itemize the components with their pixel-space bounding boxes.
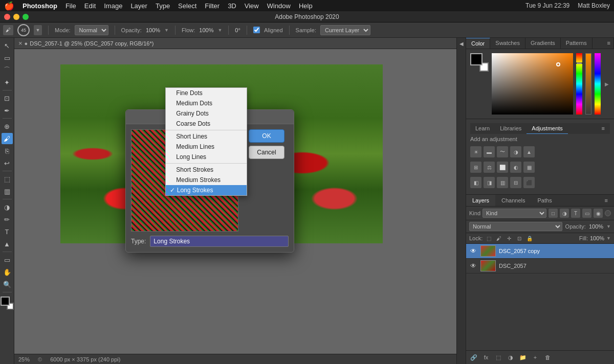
spot-healing-tool[interactable]: ⊕ [2,121,13,132]
color-swatches[interactable] [470,53,489,72]
panel-menu-btn[interactable]: ≡ [604,38,614,49]
adj-channelmixer[interactable]: ▦ [523,162,535,173]
dropdown-medium-lines[interactable]: Medium Lines [166,142,247,152]
layer-mode-select[interactable]: Normal [469,222,562,231]
hand-tool[interactable]: ✋ [2,266,13,278]
dropdown-medium-dots[interactable]: Medium Dots [166,98,247,108]
foreground-color[interactable] [1,297,14,310]
path-selection-tool[interactable]: ▲ [2,238,13,249]
aligned-checkbox[interactable] [253,27,260,33]
document-close-icon[interactable]: × [18,39,23,47]
menu-filter[interactable]: Filter [205,2,220,10]
color-slider-right[interactable] [595,53,601,115]
new-group-btn[interactable]: 📁 [518,353,528,362]
dropdown-short-lines[interactable]: Short Lines [166,131,247,142]
layer-effects-btn[interactable]: fx [481,353,491,362]
apple-menu[interactable]: 🍎 [4,1,14,11]
adj-gradient[interactable]: ▥ [497,177,508,188]
adj-photofilter[interactable]: ◐ [510,162,521,173]
menu-help[interactable]: Help [299,2,313,10]
menu-type[interactable]: Type [156,2,170,10]
brush-size-indicator[interactable]: 45 [17,24,30,36]
dodge-tool[interactable]: ◑ [2,201,13,213]
history-brush-tool[interactable]: ↩ [2,157,13,169]
adjustments-panel-menu[interactable]: ≡ [597,123,610,134]
adj-curves[interactable]: 〜 [497,146,508,157]
color-spectrum[interactable] [492,53,573,115]
dropdown-medium-strokes[interactable]: Medium Strokes [166,175,247,185]
ok-button[interactable]: OK [249,129,284,143]
tab-adjustments[interactable]: Adjustments [527,123,568,134]
eyedropper-tool[interactable]: ✒ [2,105,13,116]
menu-window[interactable]: Window [267,2,291,10]
tab-channels[interactable]: Channels [495,195,531,206]
minimize-window-button[interactable] [13,14,19,20]
filter-pin-icon[interactable] [605,210,611,216]
delete-layer-btn[interactable]: 🗑 [543,353,552,362]
gradient-tool[interactable]: ▥ [2,186,13,197]
layer-row[interactable]: 👁 DSC_2057 [466,259,614,274]
adj-vibrance[interactable]: ▲ [523,146,535,157]
tab-learn[interactable]: Learn [470,123,495,134]
tab-gradients[interactable]: Gradients [525,38,561,49]
adj-colorbalance[interactable]: ⚖ [484,162,495,173]
kind-select[interactable]: Kind [483,209,546,218]
document-tab-label[interactable]: DSC_2057-1 @ 25% (DSC_2057 copy, RGB/16*… [30,40,154,47]
layers-panel-menu[interactable]: ≡ [599,195,614,206]
filter-pixel-icon[interactable]: □ [549,209,558,218]
close-window-button[interactable] [4,14,10,20]
marquee-tool[interactable]: ▭ [2,52,13,63]
menu-edit[interactable]: Edit [84,2,96,10]
sample-select[interactable]: Current Layer [320,25,370,35]
menu-select[interactable]: Select [178,2,196,10]
mode-select[interactable]: Normal [75,25,108,35]
flow-value[interactable]: 100% [199,27,213,33]
lasso-tool[interactable]: ⌒ [2,64,13,76]
dropdown-coarse-dots[interactable]: Coarse Dots [166,119,247,129]
lock-image-btn[interactable]: 🖌 [495,234,503,242]
angle-value[interactable]: 0° [235,27,240,33]
adj-brightness[interactable]: ☀ [470,146,481,157]
adj-threshold[interactable]: ◨ [484,177,495,188]
opacity-value[interactable]: 100% [146,27,160,33]
dropdown-long-strokes[interactable]: Long Strokes [166,185,247,195]
link-layers-btn[interactable]: 🔗 [469,353,478,362]
tab-swatches[interactable]: Swatches [490,38,525,49]
dropdown-long-lines[interactable]: Long Lines [166,152,247,162]
dropdown-short-strokes[interactable]: Short Strokes [166,165,247,175]
lock-all-btn[interactable]: 🔒 [525,234,534,242]
adj-invert[interactable]: ⬛ [523,177,535,188]
adj-levels[interactable]: ▬ [484,146,495,157]
type-tool[interactable]: T [2,226,13,237]
adj-bw[interactable]: ⬜ [497,162,508,173]
tab-paths[interactable]: Paths [532,195,558,206]
type-dropdown[interactable]: Long Strokes [150,236,289,247]
opacity-value[interactable]: 100% [589,223,603,230]
adj-posterize[interactable]: ◧ [470,177,481,188]
lock-transparent-btn[interactable]: ⬚ [485,234,493,242]
adj-exposure[interactable]: ◑ [510,146,521,157]
brush-tool[interactable]: 🖌 [2,133,13,144]
filter-shape-icon[interactable]: ▭ [582,209,591,218]
zoom-tool[interactable]: 🔍 [2,279,13,290]
tab-patterns[interactable]: Patterns [561,38,593,49]
collapse-right-btn[interactable]: ◀ [458,40,465,47]
filter-type-icon[interactable]: T [571,209,580,218]
menu-3d[interactable]: 3D [228,2,236,10]
dropdown-fine-dots[interactable]: Fine Dots [166,88,247,98]
crop-tool[interactable]: ⊡ [2,93,13,104]
quick-select-tool[interactable]: ✦ [2,77,13,88]
dropdown-grainy-dots[interactable]: Grainy Dots [166,108,247,119]
adj-hsl[interactable]: ⊞ [470,162,481,173]
layer-visibility-eye[interactable]: 👁 [469,262,477,270]
layer-row[interactable]: 👁 DSC_2057 copy [466,244,614,259]
fill-value[interactable]: 100% [590,235,604,241]
eraser-tool[interactable]: ⬚ [2,173,13,185]
pen-tool[interactable]: ✏ [2,214,13,225]
opacity-slider[interactable] [585,53,591,115]
fullscreen-window-button[interactable] [23,14,29,20]
hue-slider[interactable] [576,53,582,115]
new-layer-btn[interactable]: + [531,353,540,362]
lock-artboard-btn[interactable]: ⊡ [515,234,523,242]
layer-visibility-eye[interactable]: 👁 [469,247,477,255]
